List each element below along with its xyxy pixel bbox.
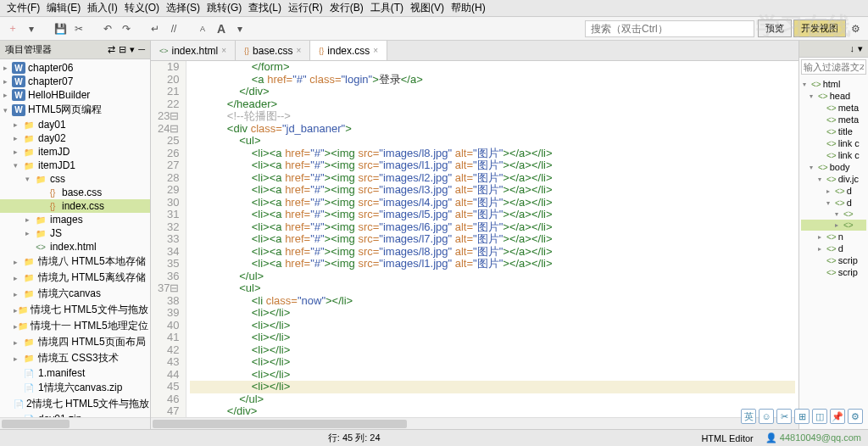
editor-tab[interactable]: <>index.html× [151,41,236,60]
font-bigger-icon[interactable]: A [214,21,229,36]
outline-tree[interactable]: ▾<>html▾<>head<>meta<>meta<>title<>link … [799,76,868,429]
save-icon[interactable]: 💾 [53,21,68,36]
close-icon[interactable]: × [296,46,301,55]
font-smaller-icon[interactable]: A [195,21,210,36]
floating-toolbar: 英 ☺ ✂ ⊞ ◫ 📌 ⚙ [741,409,863,424]
outline-item[interactable]: <>link c [801,137,866,149]
collapse-icon[interactable]: ⊟ [119,44,126,55]
pin-icon[interactable]: 📌 [830,409,845,424]
menubar: 文件(F)编辑(E)插入(I)转义(O)选择(S)跳转(G)查找(L)运行(R)… [0,0,868,17]
tree-item[interactable]: {}base.css [0,186,150,199]
panel-header: 项目管理器 ⇄ ⊟ ▾ ─ [0,41,150,59]
tree-item[interactable]: ▸Wchapter06 [0,61,150,75]
sort-icon[interactable]: ↓ [850,43,855,54]
tree-item[interactable]: ▸📁day02 [0,131,150,145]
editor-scrollbar[interactable] [151,417,798,429]
tree-item[interactable]: ▸📁images [0,213,150,226]
user-account[interactable]: 👤 44810049@qq.com [765,432,861,443]
close-icon[interactable]: × [373,46,378,55]
editor-tab[interactable]: {}base.css× [236,41,310,60]
outline-item[interactable]: <>meta [801,102,866,114]
redo-icon[interactable]: ↷ [119,21,134,36]
outline-item[interactable]: ▾<>html [801,78,866,90]
outline-item[interactable]: ▸<>d [801,243,866,254]
tree-item[interactable]: ▸📁day01 [0,118,150,131]
dropdown-icon[interactable]: ▾ [24,21,39,36]
menu-item[interactable]: 转义(O) [121,1,163,15]
tree-item[interactable]: ▸📁情境五 CSS3技术 [0,350,150,366]
tree-item[interactable]: ▾📁itemJD1 [0,159,150,172]
menu-item[interactable]: 运行(R) [285,1,326,15]
tree-item[interactable]: ▸WHelloHBuilder [0,88,150,102]
minimize-icon[interactable]: ─ [138,44,145,55]
code-content[interactable]: </form> <a href="#" class="login">登录</a>… [186,61,798,417]
outline-item[interactable]: <>scrip [801,266,866,278]
menu-item[interactable]: 查找(L) [245,1,285,15]
scissors-icon[interactable]: ✂ [776,409,792,424]
gear-icon[interactable]: ⚙ [848,409,863,424]
tree-item[interactable]: ▸📁情境七 HTML5文件与拖放 [0,302,150,318]
tree-item[interactable]: {}index.css [0,199,150,213]
tree-item[interactable]: ▾WHTML5网页编程 [0,102,150,118]
menu-icon[interactable]: ▾ [130,44,135,55]
tree-item[interactable]: ▸📁情境六canvas [0,286,150,302]
sidebar-scrollbar[interactable] [0,417,150,429]
outline-item[interactable]: <>link c [801,149,866,161]
english-icon[interactable]: 英 [741,409,756,424]
code-area[interactable]: 19 20 21 22 23⊟24⊟25 26 27 28 29 30 31 3… [151,61,798,417]
tree-item[interactable]: ▸Wchapter07 [0,75,150,88]
outline-item[interactable]: ▾<>div.jc [801,173,866,185]
tree-item[interactable]: ▸📁情境十一 HTML5地理定位 [0,318,150,334]
tree-item[interactable]: ▸📁itemJD [0,145,150,159]
outline-item[interactable]: ▾<> [801,209,866,220]
settings-icon[interactable]: ⚙ [848,21,863,36]
menu-item[interactable]: 插入(I) [84,1,120,15]
toolbar: ＋ ▾ 💾 ✂ ↶ ↷ ↵ // A A ▾ 预览 开发视图 ⚙ [0,17,868,41]
preview-button[interactable]: 预览 [758,20,792,37]
outline-item[interactable]: ▾<>d [801,197,866,209]
outline-item[interactable]: ▸<>d [801,185,866,197]
outline-item[interactable]: <>scrip [801,254,866,266]
outline-item[interactable]: <>meta [801,114,866,125]
outline-filter-input[interactable] [801,59,866,75]
undo-icon[interactable]: ↶ [100,21,115,36]
tree-item[interactable]: ▸📁情境八 HTML5本地存储 [0,254,150,270]
screenshot-icon[interactable]: ◫ [812,409,827,424]
link-icon[interactable]: ⇄ [108,44,115,55]
close-icon[interactable]: × [221,46,226,55]
tree-item[interactable]: 📄1情境六canvas.zip [0,380,150,396]
cut-icon[interactable]: ✂ [71,21,86,36]
grid-icon[interactable]: ⊞ [794,409,810,424]
tree-item[interactable]: ▾📁css [0,172,150,186]
line-gutter: 19 20 21 22 23⊟24⊟25 26 27 28 29 30 31 3… [151,61,186,417]
smile-icon[interactable]: ☺ [759,409,774,424]
menu-item[interactable]: 帮助(H) [448,1,489,15]
tree-item[interactable]: <>index.html [0,240,150,254]
outline-item[interactable]: ▸<> [801,220,866,231]
tree-item[interactable]: 📄1.manifest [0,366,150,380]
tree-item[interactable]: 📄2情境七 HTML5文件与拖放.z [0,396,150,412]
editor-tab[interactable]: {}index.css× [310,41,387,60]
tree-item[interactable]: ▸📁情境九 HTML5离线存储 [0,270,150,286]
menu-item[interactable]: 选择(S) [163,1,203,15]
tree-item[interactable]: ▸📁JS [0,226,150,240]
tree-item[interactable]: ▸📁情境四 HTML5页面布局 [0,334,150,350]
devview-button[interactable]: 开发视图 [793,20,846,37]
menu-item[interactable]: 编辑(E) [43,1,84,15]
chevron-down-icon[interactable]: ▾ [232,21,248,36]
menu-item[interactable]: 发行(B) [326,1,367,15]
menu-item[interactable]: 视图(V) [407,1,448,15]
project-tree[interactable]: ▸Wchapter06▸Wchapter07▸WHelloHBuilder▾WH… [0,59,150,417]
outline-item[interactable]: ▾<>head [801,90,866,102]
menu-item[interactable]: 工具(T) [367,1,407,15]
outline-item[interactable]: ▾<>body [801,161,866,173]
outline-item[interactable]: ▸<>n [801,231,866,243]
search-input[interactable] [585,20,754,37]
wrap-icon[interactable]: ↵ [147,21,163,36]
comment-icon[interactable]: // [166,21,181,36]
menu-item[interactable]: 文件(F) [3,1,43,15]
outline-item[interactable]: <>title [801,125,866,137]
outline-menu-icon[interactable]: ▾ [858,43,863,54]
new-icon[interactable]: ＋ [5,21,20,36]
menu-item[interactable]: 跳转(G) [203,1,245,15]
